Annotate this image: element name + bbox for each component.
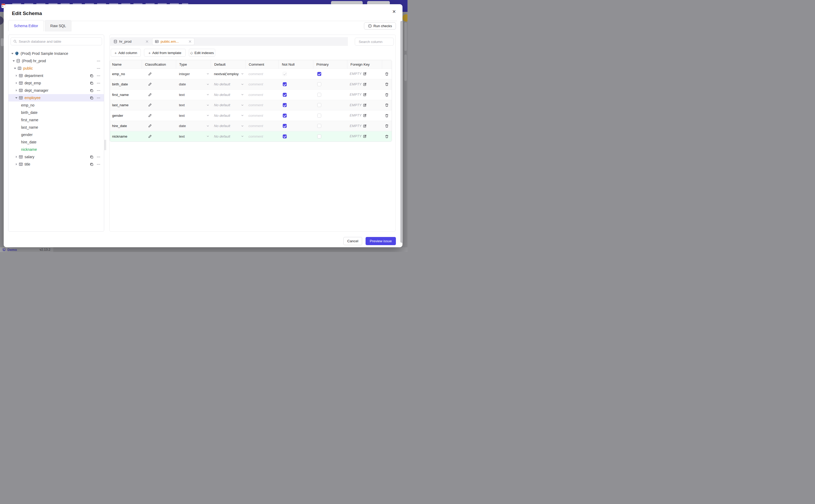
primary-checkbox[interactable]: [317, 134, 321, 138]
comment-input[interactable]: comment: [245, 110, 278, 121]
add-column-button[interactable]: + Add column: [111, 49, 141, 57]
tab-raw-sql[interactable]: Raw SQL: [45, 20, 71, 31]
caret-down-icon[interactable]: [13, 68, 17, 69]
column-search-input[interactable]: [359, 40, 405, 44]
page-scrollbar[interactable]: [400, 21, 403, 243]
more-icon[interactable]: [96, 66, 100, 70]
default-select[interactable]: No default: [211, 100, 245, 110]
caret-right-icon[interactable]: [15, 82, 18, 84]
pencil-icon[interactable]: [148, 114, 152, 118]
tree-column-gender[interactable]: gender: [8, 131, 104, 138]
edit-foreign-key-icon[interactable]: [363, 114, 366, 117]
tree-column-hire-date[interactable]: hire_date: [8, 138, 104, 146]
close-icon[interactable]: ✕: [391, 9, 397, 15]
comment-input[interactable]: comment: [245, 100, 278, 110]
not-null-checkbox[interactable]: [283, 103, 287, 107]
primary-checkbox[interactable]: [317, 124, 321, 128]
pencil-icon[interactable]: [148, 72, 152, 76]
tree-column-last-name[interactable]: last_name: [8, 124, 104, 131]
more-icon[interactable]: [96, 89, 100, 93]
tree-column-birth-date[interactable]: birth_date: [8, 109, 104, 116]
tab-schema-editor[interactable]: Schema Editor: [8, 20, 44, 31]
trash-icon[interactable]: [385, 103, 389, 107]
edit-foreign-key-icon[interactable]: [363, 124, 366, 128]
caret-right-icon[interactable]: [15, 75, 18, 77]
default-select[interactable]: No default: [211, 79, 245, 90]
tab-chip-hr-prod[interactable]: hr_prod: [111, 38, 151, 45]
primary-checkbox[interactable]: [317, 82, 321, 86]
tree-item-table-salary[interactable]: salary: [8, 153, 104, 161]
not-null-checkbox[interactable]: [283, 82, 287, 86]
pencil-icon[interactable]: [148, 103, 152, 107]
column-name-cell[interactable]: first_name: [110, 90, 142, 100]
pencil-icon[interactable]: [148, 82, 152, 86]
type-select[interactable]: text: [176, 131, 211, 142]
cancel-button[interactable]: Cancel: [343, 237, 362, 245]
more-icon[interactable]: [96, 59, 100, 63]
caret-right-icon[interactable]: [15, 89, 18, 91]
type-select[interactable]: text: [176, 90, 211, 100]
comment-input[interactable]: comment: [245, 90, 278, 100]
comment-input[interactable]: comment: [245, 131, 278, 142]
trash-icon[interactable]: [385, 134, 389, 138]
tree-column-emp-no[interactable]: emp_no: [8, 101, 104, 109]
edit-foreign-key-icon[interactable]: [363, 134, 366, 138]
default-select[interactable]: No default: [211, 131, 245, 142]
type-select[interactable]: integer: [176, 69, 211, 79]
caret-down-icon[interactable]: [12, 60, 16, 62]
caret-down-icon[interactable]: [15, 97, 18, 99]
run-checks-button[interactable]: Run checks: [364, 22, 396, 30]
trash-icon[interactable]: [385, 124, 389, 128]
type-select[interactable]: text: [176, 100, 211, 110]
tree-item-table-department[interactable]: department: [8, 72, 104, 79]
tree-item-schema-public[interactable]: public: [8, 65, 104, 72]
copy-icon[interactable]: [90, 74, 94, 78]
column-name-cell[interactable]: emp_no: [110, 69, 142, 79]
copy-icon[interactable]: [90, 81, 94, 85]
column-name-cell[interactable]: hire_date: [110, 121, 142, 131]
trash-icon[interactable]: [385, 114, 389, 118]
primary-checkbox[interactable]: [317, 93, 321, 97]
tree-column-first-name[interactable]: first_name: [8, 116, 104, 124]
caret-down-icon[interactable]: [11, 53, 14, 54]
column-name-cell[interactable]: nickname: [110, 131, 142, 142]
trash-icon[interactable]: [385, 72, 389, 76]
primary-checkbox[interactable]: [317, 103, 321, 107]
not-null-checkbox[interactable]: [283, 134, 287, 138]
copy-icon[interactable]: [90, 162, 94, 166]
tree-column-nickname[interactable]: nickname: [8, 146, 104, 153]
column-name-cell[interactable]: last_name: [110, 100, 142, 110]
copy-icon[interactable]: [90, 89, 94, 93]
caret-right-icon[interactable]: [15, 156, 18, 158]
tree-item-database[interactable]: (Prod) hr_prod: [8, 57, 104, 65]
primary-checkbox[interactable]: [317, 72, 321, 76]
type-select[interactable]: date: [176, 121, 211, 131]
comment-input[interactable]: comment: [245, 121, 278, 131]
not-null-checkbox[interactable]: [283, 114, 287, 118]
tree-item-table-dept-manager[interactable]: dept_manager: [8, 87, 104, 94]
tree-search-input[interactable]: [19, 40, 99, 43]
trash-icon[interactable]: [385, 82, 389, 86]
default-select[interactable]: No default: [211, 90, 245, 100]
tree-item-instance[interactable]: (Prod) Prod Sample Instance: [8, 50, 104, 57]
edit-foreign-key-icon[interactable]: [363, 72, 366, 76]
close-tab-icon[interactable]: [145, 40, 149, 43]
close-tab-icon[interactable]: [188, 40, 192, 43]
tab-chip-public-employee[interactable]: public.em...: [152, 38, 194, 45]
tree-item-table-dept-emp[interactable]: dept_emp: [8, 79, 104, 87]
edit-foreign-key-icon[interactable]: [363, 93, 366, 96]
not-null-checkbox[interactable]: [283, 72, 287, 76]
more-icon[interactable]: [96, 81, 100, 85]
default-select[interactable]: No default: [211, 110, 245, 121]
type-select[interactable]: text: [176, 110, 211, 121]
more-icon[interactable]: [96, 96, 100, 100]
column-name-cell[interactable]: birth_date: [110, 79, 142, 90]
preview-issue-button[interactable]: Preview issue: [365, 237, 396, 245]
not-null-checkbox[interactable]: [283, 93, 287, 97]
pencil-icon[interactable]: [148, 93, 152, 97]
primary-checkbox[interactable]: [317, 114, 321, 118]
more-icon[interactable]: [96, 155, 100, 159]
not-null-checkbox[interactable]: [283, 124, 287, 128]
pencil-icon[interactable]: [148, 124, 152, 128]
comment-input[interactable]: comment: [245, 79, 278, 90]
